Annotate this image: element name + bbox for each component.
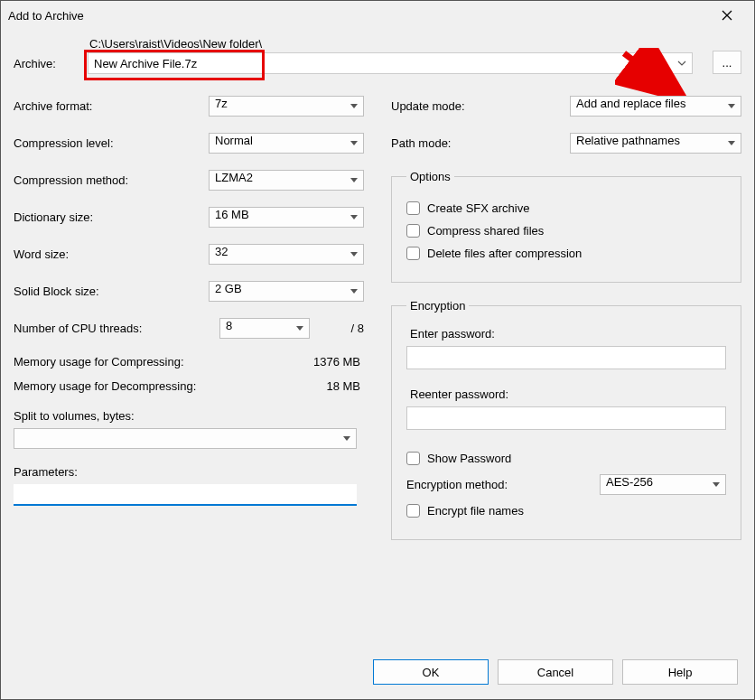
cancel-button[interactable]: Cancel — [498, 659, 613, 685]
compression-method-select[interactable]: LZMA2 — [209, 170, 364, 191]
checkbox-icon — [406, 224, 420, 238]
path-mode-label: Path mode: — [391, 136, 570, 150]
checkbox-icon — [406, 201, 420, 215]
memory-compress-value: 1376 MB — [209, 355, 364, 369]
memory-decompress-value: 18 MB — [209, 379, 364, 393]
update-mode-label: Update mode: — [391, 99, 570, 113]
cpu-threads-total: / 8 — [310, 322, 364, 335]
chevron-down-icon — [677, 57, 686, 70]
checkbox-icon — [406, 247, 420, 260]
options-legend: Options — [406, 170, 454, 183]
ok-button[interactable]: OK — [373, 659, 489, 685]
show-password-checkbox[interactable]: Show Password — [406, 452, 726, 465]
browse-button[interactable]: ... — [713, 51, 741, 74]
encrypt-filenames-checkbox[interactable]: Encrypt file names — [406, 504, 726, 518]
compression-method-label: Compression method: — [14, 173, 209, 187]
enter-password-input[interactable] — [406, 346, 726, 369]
checkbox-icon — [406, 452, 420, 465]
archive-label: Archive: — [14, 57, 77, 74]
compression-level-select[interactable]: Normal — [209, 133, 364, 154]
right-column: Update mode: Add and replace files Path … — [391, 96, 741, 556]
solid-block-size-select[interactable]: 2 GB — [209, 281, 364, 302]
word-size-label: Word size: — [14, 247, 209, 261]
create-sfx-checkbox[interactable]: Create SFX archive — [406, 201, 726, 215]
path-mode-select[interactable]: Relative pathnames — [570, 133, 741, 154]
titlebar: Add to Archive — [1, 1, 754, 30]
reenter-password-input[interactable] — [406, 406, 726, 430]
dialog-window: Add to Archive Archive: C:\Users\raist\V… — [0, 0, 755, 700]
parameters-label: Parameters: — [14, 465, 364, 479]
archive-path: C:\Users\raist\Videos\New folder\ — [88, 37, 693, 51]
compress-shared-checkbox[interactable]: Compress shared files — [406, 224, 726, 238]
close-button[interactable] — [707, 2, 747, 29]
delete-after-checkbox[interactable]: Delete files after compression — [406, 247, 726, 260]
encryption-method-label: Encryption method: — [406, 478, 600, 491]
memory-compress-label: Memory usage for Compressing: — [14, 355, 209, 369]
reenter-password-label: Reenter password: — [410, 387, 726, 401]
compression-level-label: Compression level: — [14, 136, 209, 150]
archive-format-label: Archive format: — [14, 99, 209, 113]
browse-label: ... — [722, 56, 732, 70]
split-volumes-select[interactable] — [14, 428, 357, 449]
archive-filename-combo[interactable]: New Archive File.7z — [88, 52, 693, 74]
window-title: Add to Archive — [8, 9, 707, 23]
encryption-legend: Encryption — [406, 299, 469, 313]
split-volumes-label: Split to volumes, bytes: — [14, 409, 364, 423]
left-column: Archive format: 7z Compression level: No… — [14, 96, 364, 556]
archive-format-select[interactable]: 7z — [209, 96, 364, 117]
close-icon — [722, 10, 732, 21]
word-size-select[interactable]: 32 — [209, 244, 364, 265]
memory-decompress-label: Memory usage for Decompressing: — [14, 379, 209, 393]
checkbox-icon — [406, 504, 420, 518]
cpu-threads-select[interactable]: 8 — [219, 318, 310, 339]
parameters-input[interactable] — [14, 484, 357, 506]
dictionary-size-label: Dictionary size: — [14, 210, 209, 224]
help-button[interactable]: Help — [622, 659, 738, 685]
cpu-threads-label: Number of CPU threads: — [14, 322, 219, 335]
update-mode-select[interactable]: Add and replace files — [570, 96, 741, 117]
enter-password-label: Enter password: — [410, 327, 726, 341]
encryption-group: Encryption Enter password: Reenter passw… — [391, 299, 741, 540]
encryption-method-select[interactable]: AES-256 — [600, 474, 726, 495]
options-group: Options Create SFX archive Compress shar… — [391, 170, 741, 283]
button-bar: OK Cancel Help — [373, 659, 738, 685]
archive-filename: New Archive File.7z — [94, 57, 197, 70]
dictionary-size-select[interactable]: 16 MB — [209, 207, 364, 228]
solid-block-size-label: Solid Block size: — [14, 285, 209, 298]
